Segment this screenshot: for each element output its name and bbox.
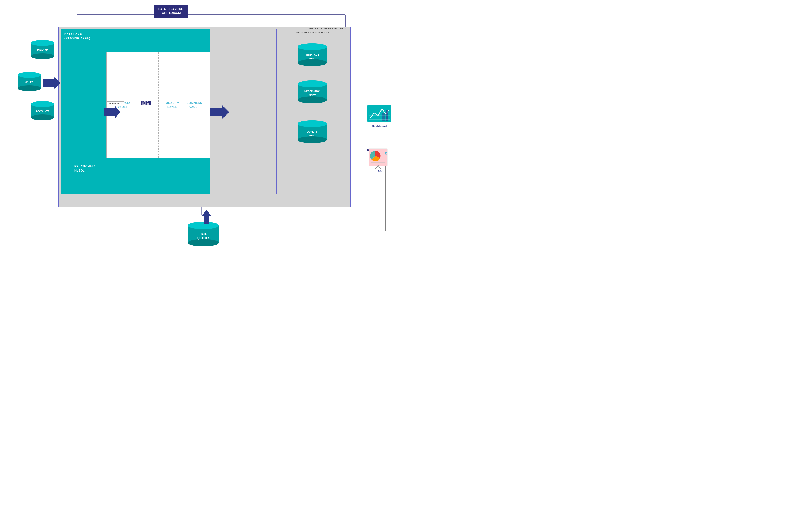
svg-point-33 (298, 80, 327, 87)
svg-text:$: $ (385, 152, 387, 156)
svg-text:INFORMATION: INFORMATION (304, 90, 321, 92)
svg-text:MART: MART (309, 94, 316, 97)
data-quality-cylinder: DATA QUALITY (186, 222, 220, 248)
large-input-arrow (43, 76, 61, 90)
relational-nosql-label: RELATIONAL/NoSQL (74, 164, 95, 173)
svg-text:ACCOUNTS: ACCOUNTS (36, 110, 49, 113)
dashboard-icon (367, 105, 391, 123)
svg-text:MART: MART (309, 134, 316, 137)
svg-text:MART: MART (309, 57, 316, 60)
svg-text:INTERFACE: INTERFACE (305, 54, 319, 56)
quality-mart-cylinder: QUALITY MART (296, 120, 328, 144)
data-lake-label: DATA LAKE(STAGING AREA) (64, 32, 90, 41)
svg-point-50 (17, 72, 41, 78)
quality-layer-label: QUALITYLAYER (166, 101, 179, 109)
svg-text:FINANCE: FINANCE (37, 49, 48, 52)
data-lake-section: DATA LAKE(STAGING AREA) RAW DATAVAULT QU… (61, 29, 210, 194)
svg-marker-76 (201, 210, 212, 224)
information-mart-cylinder: INFORMATION MART (296, 80, 328, 104)
dashboard-label: Dashboard (372, 124, 387, 128)
svg-point-55 (31, 101, 54, 107)
sales-cylinder: SALES (16, 72, 43, 93)
enterprise-bi-container: ENTERPRISE BI SOLUTION DATA LAKE(STAGING… (58, 27, 351, 207)
data-cleansing-box: DATA CLEANSING(WRITE-BACK) (154, 5, 188, 17)
quality-divider (158, 52, 159, 158)
svg-text:DATA: DATA (200, 233, 207, 236)
interface-mart-cylinder: INTERFACE MART (296, 43, 328, 67)
svg-marker-23 (211, 105, 229, 119)
large-arrow-to-delivery (211, 104, 229, 120)
svg-point-26 (298, 59, 327, 66)
svg-point-44 (31, 54, 54, 59)
upward-arrow-data-quality (201, 210, 212, 224)
svg-point-39 (298, 120, 327, 127)
svg-text:SALES: SALES (25, 81, 33, 84)
svg-point-38 (298, 136, 327, 143)
information-delivery-label: INFORMATION DELIVERY (295, 31, 330, 34)
svg-text:QUALITY: QUALITY (198, 237, 209, 239)
svg-text:QUALITY: QUALITY (307, 130, 318, 133)
large-arrow-right-to-lake (104, 104, 120, 120)
svg-marker-57 (43, 77, 61, 89)
svg-point-54 (31, 115, 54, 120)
svg-point-27 (298, 43, 327, 50)
gui-icon: $ (367, 147, 394, 168)
svg-point-49 (17, 85, 41, 91)
business-vault-label: BUSINESSVAULT (187, 101, 202, 109)
finance-cylinder: FINANCE (29, 40, 56, 61)
inner-processing-box: RAW DATAVAULT QUALITYLAYER BUSINESSVAULT… (106, 52, 210, 158)
gui-label: GUI (378, 169, 383, 172)
svg-point-32 (298, 97, 327, 103)
data-cleansing-label: DATA CLEANSING(WRITE-BACK) (158, 8, 184, 14)
information-delivery-section: INFORMATION DELIVERY INTERFACE MART (276, 29, 348, 194)
diagram-container: DATA CLEANSING(WRITE-BACK) ENTERPRISE BI… (0, 0, 406, 264)
accounts-cylinder: ACCOUNTS (29, 101, 56, 122)
svg-point-45 (31, 40, 54, 46)
svg-point-72 (188, 239, 219, 247)
svg-marker-22 (104, 105, 120, 119)
soft-rules-label: SOFTRULES (141, 101, 151, 105)
